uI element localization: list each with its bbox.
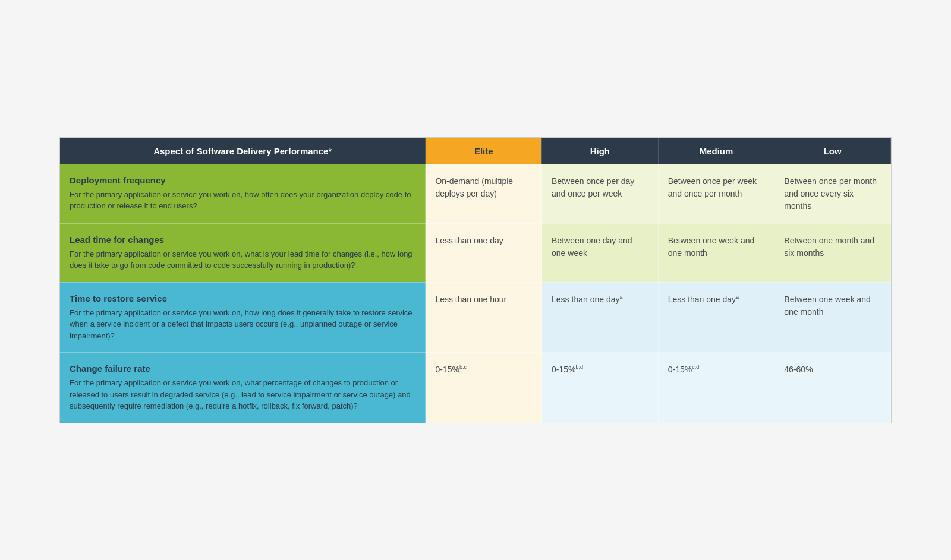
failure-medium-sup: c,d	[692, 364, 699, 370]
failure-high: 0-15%b,d	[542, 353, 659, 423]
deployment-medium: Between once per week and once per month	[658, 164, 774, 224]
header-high: High	[542, 138, 659, 164]
deployment-row: Deployment frequency For the primary app…	[60, 164, 891, 224]
deployment-elite: On-demand (multiple deploys per day)	[426, 164, 542, 224]
deployment-description: Deployment frequency For the primary app…	[60, 164, 426, 224]
deployment-low: Between once per month and once every si…	[774, 164, 891, 224]
restore-medium-sup: a	[736, 294, 739, 300]
lead-high: Between one day and one week	[542, 223, 659, 282]
deployment-title: Deployment frequency	[70, 175, 415, 185]
failure-low: 46-60%	[774, 353, 891, 423]
restore-elite: Less than one hour	[426, 282, 542, 353]
failure-title: Change failure rate	[70, 363, 415, 374]
restore-medium: Less than one daya	[658, 282, 774, 353]
failure-row: Change failure rate For the primary appl…	[60, 353, 891, 423]
lead-elite: Less than one day	[426, 223, 542, 282]
restore-high: Less than one daya	[542, 282, 659, 353]
restore-low: Between one week and one month	[774, 282, 891, 353]
lead-medium: Between one week and one month	[658, 223, 774, 282]
deployment-desc: For the primary application or service y…	[70, 189, 415, 212]
deployment-high: Between once per day and once per week	[542, 164, 659, 224]
lead-title: Lead time for changes	[70, 235, 415, 245]
lead-description: Lead time for changes For the primary ap…	[60, 223, 426, 282]
lead-low: Between one month and six months	[774, 223, 891, 282]
header-row: Aspect of Software Delivery Performance*…	[60, 138, 891, 164]
lead-time-row: Lead time for changes For the primary ap…	[60, 223, 891, 282]
failure-desc: For the primary application or service y…	[70, 377, 415, 412]
failure-high-sup: b,d	[576, 364, 584, 370]
performance-table: Aspect of Software Delivery Performance*…	[59, 137, 892, 423]
header-elite: Elite	[426, 138, 542, 164]
failure-description: Change failure rate For the primary appl…	[60, 353, 426, 423]
restore-high-sup: a	[619, 294, 622, 300]
restore-title: Time to restore service	[70, 293, 415, 303]
failure-medium: 0-15%c,d	[658, 353, 774, 423]
header-medium: Medium	[658, 138, 774, 164]
restore-desc: For the primary application or service y…	[70, 307, 415, 342]
failure-elite: 0-15%b,c	[426, 353, 542, 423]
failure-elite-sup: b,c	[459, 364, 467, 370]
restore-row: Time to restore service For the primary …	[60, 282, 891, 353]
header-low: Low	[774, 138, 891, 164]
header-aspect: Aspect of Software Delivery Performance*	[60, 138, 426, 164]
lead-desc: For the primary application or service y…	[70, 248, 415, 271]
restore-description: Time to restore service For the primary …	[60, 282, 426, 353]
